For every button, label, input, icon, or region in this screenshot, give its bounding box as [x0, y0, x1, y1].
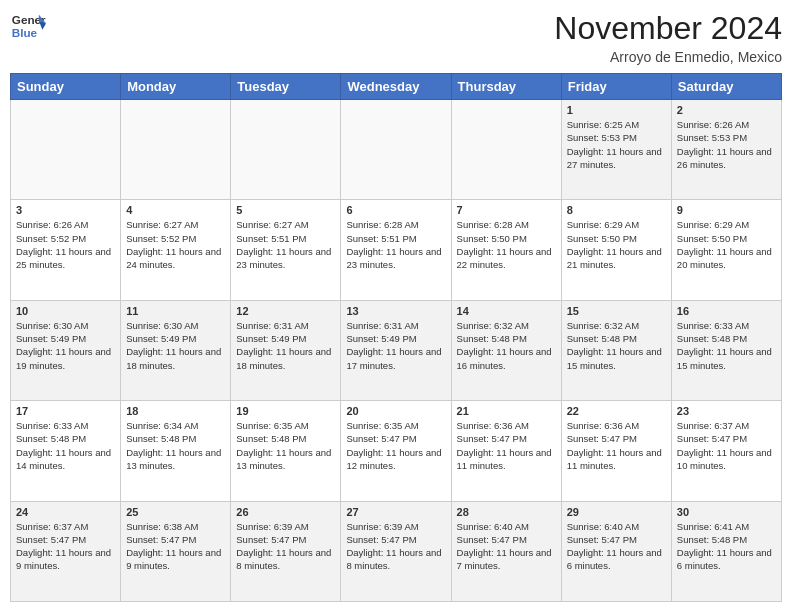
calendar-week-3: 10Sunrise: 6:30 AM Sunset: 5:49 PM Dayli… — [11, 300, 782, 400]
day-info: Sunrise: 6:29 AM Sunset: 5:50 PM Dayligh… — [677, 218, 776, 271]
day-info: Sunrise: 6:37 AM Sunset: 5:47 PM Dayligh… — [16, 520, 115, 573]
col-friday: Friday — [561, 74, 671, 100]
day-number: 21 — [457, 405, 556, 417]
logo-icon: General Blue — [10, 10, 46, 46]
calendar-cell: 24Sunrise: 6:37 AM Sunset: 5:47 PM Dayli… — [11, 501, 121, 601]
calendar-cell: 23Sunrise: 6:37 AM Sunset: 5:47 PM Dayli… — [671, 401, 781, 501]
calendar-cell: 10Sunrise: 6:30 AM Sunset: 5:49 PM Dayli… — [11, 300, 121, 400]
day-number: 8 — [567, 204, 666, 216]
day-number: 27 — [346, 506, 445, 518]
calendar-cell: 12Sunrise: 6:31 AM Sunset: 5:49 PM Dayli… — [231, 300, 341, 400]
calendar-week-5: 24Sunrise: 6:37 AM Sunset: 5:47 PM Dayli… — [11, 501, 782, 601]
day-info: Sunrise: 6:28 AM Sunset: 5:51 PM Dayligh… — [346, 218, 445, 271]
day-number: 16 — [677, 305, 776, 317]
day-info: Sunrise: 6:37 AM Sunset: 5:47 PM Dayligh… — [677, 419, 776, 472]
day-info: Sunrise: 6:35 AM Sunset: 5:47 PM Dayligh… — [346, 419, 445, 472]
page: General Blue November 2024 Arroyo de Enm… — [0, 0, 792, 612]
day-number: 18 — [126, 405, 225, 417]
calendar-cell — [11, 100, 121, 200]
calendar-cell: 19Sunrise: 6:35 AM Sunset: 5:48 PM Dayli… — [231, 401, 341, 501]
day-info: Sunrise: 6:26 AM Sunset: 5:53 PM Dayligh… — [677, 118, 776, 171]
calendar-cell: 30Sunrise: 6:41 AM Sunset: 5:48 PM Dayli… — [671, 501, 781, 601]
day-info: Sunrise: 6:39 AM Sunset: 5:47 PM Dayligh… — [346, 520, 445, 573]
calendar-week-4: 17Sunrise: 6:33 AM Sunset: 5:48 PM Dayli… — [11, 401, 782, 501]
calendar-table: Sunday Monday Tuesday Wednesday Thursday… — [10, 73, 782, 602]
calendar-cell: 9Sunrise: 6:29 AM Sunset: 5:50 PM Daylig… — [671, 200, 781, 300]
calendar-cell: 25Sunrise: 6:38 AM Sunset: 5:47 PM Dayli… — [121, 501, 231, 601]
calendar-cell: 22Sunrise: 6:36 AM Sunset: 5:47 PM Dayli… — [561, 401, 671, 501]
calendar-cell: 17Sunrise: 6:33 AM Sunset: 5:48 PM Dayli… — [11, 401, 121, 501]
calendar-cell: 11Sunrise: 6:30 AM Sunset: 5:49 PM Dayli… — [121, 300, 231, 400]
calendar-cell: 7Sunrise: 6:28 AM Sunset: 5:50 PM Daylig… — [451, 200, 561, 300]
month-title: November 2024 — [554, 10, 782, 47]
day-number: 20 — [346, 405, 445, 417]
day-number: 28 — [457, 506, 556, 518]
col-monday: Monday — [121, 74, 231, 100]
day-info: Sunrise: 6:27 AM Sunset: 5:51 PM Dayligh… — [236, 218, 335, 271]
day-info: Sunrise: 6:30 AM Sunset: 5:49 PM Dayligh… — [16, 319, 115, 372]
calendar-cell: 6Sunrise: 6:28 AM Sunset: 5:51 PM Daylig… — [341, 200, 451, 300]
col-wednesday: Wednesday — [341, 74, 451, 100]
day-info: Sunrise: 6:33 AM Sunset: 5:48 PM Dayligh… — [677, 319, 776, 372]
day-number: 14 — [457, 305, 556, 317]
day-info: Sunrise: 6:40 AM Sunset: 5:47 PM Dayligh… — [457, 520, 556, 573]
day-number: 13 — [346, 305, 445, 317]
calendar-cell: 15Sunrise: 6:32 AM Sunset: 5:48 PM Dayli… — [561, 300, 671, 400]
calendar-cell — [121, 100, 231, 200]
calendar-cell: 27Sunrise: 6:39 AM Sunset: 5:47 PM Dayli… — [341, 501, 451, 601]
calendar-cell: 4Sunrise: 6:27 AM Sunset: 5:52 PM Daylig… — [121, 200, 231, 300]
calendar-cell: 21Sunrise: 6:36 AM Sunset: 5:47 PM Dayli… — [451, 401, 561, 501]
calendar-cell: 29Sunrise: 6:40 AM Sunset: 5:47 PM Dayli… — [561, 501, 671, 601]
day-info: Sunrise: 6:31 AM Sunset: 5:49 PM Dayligh… — [236, 319, 335, 372]
calendar-week-2: 3Sunrise: 6:26 AM Sunset: 5:52 PM Daylig… — [11, 200, 782, 300]
day-info: Sunrise: 6:28 AM Sunset: 5:50 PM Dayligh… — [457, 218, 556, 271]
day-number: 2 — [677, 104, 776, 116]
col-sunday: Sunday — [11, 74, 121, 100]
calendar-cell: 26Sunrise: 6:39 AM Sunset: 5:47 PM Dayli… — [231, 501, 341, 601]
day-info: Sunrise: 6:30 AM Sunset: 5:49 PM Dayligh… — [126, 319, 225, 372]
logo: General Blue — [10, 10, 46, 46]
day-number: 12 — [236, 305, 335, 317]
calendar-cell: 3Sunrise: 6:26 AM Sunset: 5:52 PM Daylig… — [11, 200, 121, 300]
day-number: 10 — [16, 305, 115, 317]
day-number: 11 — [126, 305, 225, 317]
day-number: 23 — [677, 405, 776, 417]
header: General Blue November 2024 Arroyo de Enm… — [10, 10, 782, 65]
day-info: Sunrise: 6:29 AM Sunset: 5:50 PM Dayligh… — [567, 218, 666, 271]
day-info: Sunrise: 6:36 AM Sunset: 5:47 PM Dayligh… — [567, 419, 666, 472]
title-area: November 2024 Arroyo de Enmedio, Mexico — [554, 10, 782, 65]
col-tuesday: Tuesday — [231, 74, 341, 100]
calendar-header-row: Sunday Monday Tuesday Wednesday Thursday… — [11, 74, 782, 100]
day-number: 9 — [677, 204, 776, 216]
calendar-cell — [341, 100, 451, 200]
calendar-cell: 2Sunrise: 6:26 AM Sunset: 5:53 PM Daylig… — [671, 100, 781, 200]
calendar-cell: 18Sunrise: 6:34 AM Sunset: 5:48 PM Dayli… — [121, 401, 231, 501]
day-number: 17 — [16, 405, 115, 417]
calendar-week-1: 1Sunrise: 6:25 AM Sunset: 5:53 PM Daylig… — [11, 100, 782, 200]
day-number: 30 — [677, 506, 776, 518]
day-number: 6 — [346, 204, 445, 216]
day-number: 3 — [16, 204, 115, 216]
day-number: 15 — [567, 305, 666, 317]
calendar-cell: 14Sunrise: 6:32 AM Sunset: 5:48 PM Dayli… — [451, 300, 561, 400]
day-number: 22 — [567, 405, 666, 417]
svg-text:Blue: Blue — [12, 26, 38, 39]
calendar-cell: 1Sunrise: 6:25 AM Sunset: 5:53 PM Daylig… — [561, 100, 671, 200]
day-info: Sunrise: 6:31 AM Sunset: 5:49 PM Dayligh… — [346, 319, 445, 372]
day-number: 4 — [126, 204, 225, 216]
calendar-cell: 13Sunrise: 6:31 AM Sunset: 5:49 PM Dayli… — [341, 300, 451, 400]
day-info: Sunrise: 6:40 AM Sunset: 5:47 PM Dayligh… — [567, 520, 666, 573]
day-number: 24 — [16, 506, 115, 518]
calendar-cell: 28Sunrise: 6:40 AM Sunset: 5:47 PM Dayli… — [451, 501, 561, 601]
day-number: 29 — [567, 506, 666, 518]
day-info: Sunrise: 6:38 AM Sunset: 5:47 PM Dayligh… — [126, 520, 225, 573]
calendar-cell — [231, 100, 341, 200]
day-info: Sunrise: 6:41 AM Sunset: 5:48 PM Dayligh… — [677, 520, 776, 573]
day-number: 5 — [236, 204, 335, 216]
day-number: 7 — [457, 204, 556, 216]
calendar-cell: 16Sunrise: 6:33 AM Sunset: 5:48 PM Dayli… — [671, 300, 781, 400]
day-number: 26 — [236, 506, 335, 518]
calendar-cell: 8Sunrise: 6:29 AM Sunset: 5:50 PM Daylig… — [561, 200, 671, 300]
day-info: Sunrise: 6:26 AM Sunset: 5:52 PM Dayligh… — [16, 218, 115, 271]
day-number: 25 — [126, 506, 225, 518]
